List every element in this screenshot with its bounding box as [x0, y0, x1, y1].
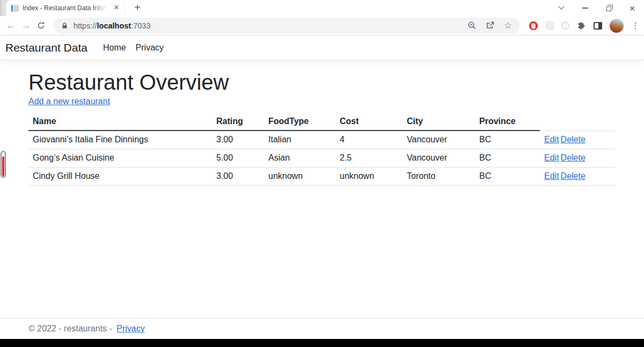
nav-link-home[interactable]: Home: [98, 43, 131, 53]
cell-actions: EditDelete: [540, 168, 616, 186]
bottom-black-bar: [0, 339, 644, 347]
cell-city: Vancouver: [402, 149, 475, 168]
delete-link[interactable]: Delete: [561, 153, 586, 162]
cell-name: Giovanni’s Italia Fine Dinnings: [28, 131, 212, 149]
cell-rating: 5.00: [212, 149, 264, 168]
forward-icon[interactable]: →: [18, 18, 33, 33]
col-header-foodtype: FoodType: [264, 114, 335, 131]
table-header-row: Name Rating FoodType Cost City Province: [28, 114, 616, 131]
scroll-progress-indicator: [1, 151, 6, 178]
tab-search-chevron-icon[interactable]: [550, 0, 573, 16]
col-header-rating: Rating: [212, 114, 264, 131]
cell-province: BC: [475, 131, 540, 149]
cell-cost: 4: [335, 131, 402, 149]
delete-link[interactable]: Delete: [561, 135, 586, 144]
cell-cost: 2.5: [335, 149, 402, 168]
tab-close-icon[interactable]: ×: [112, 3, 121, 13]
cell-rating: 3.00: [212, 131, 264, 149]
window-close-button[interactable]: ×: [620, 0, 644, 16]
footer-privacy-link[interactable]: Privacy: [116, 324, 144, 333]
disabled-extension-icon[interactable]: [561, 21, 569, 30]
url-text: https://localhost:7033: [74, 21, 150, 30]
tab-strip: Index - Restaurant Data Inform × + ×: [0, 0, 644, 16]
restaurant-table: Name Rating FoodType Cost City Province …: [28, 114, 616, 186]
edit-link[interactable]: Edit: [544, 135, 559, 144]
cell-province: BC: [475, 149, 540, 168]
restore-button[interactable]: [597, 0, 620, 16]
profile-avatar[interactable]: [610, 19, 624, 33]
site-footer: © 2022 - restaurants - Privacy: [0, 318, 644, 339]
main-content: Restaurant Overview Add a new restaurant…: [28, 69, 616, 186]
navbar-brand[interactable]: Restaurant Data: [5, 41, 87, 54]
browser-toolbar: ← → https://localhost:7033 ☆: [0, 16, 644, 35]
site-navbar: Restaurant Data Home Privacy: [0, 35, 644, 60]
extensions-puzzle-icon[interactable]: [577, 21, 586, 30]
browser-window: Index - Restaurant Data Inform × + × ← →…: [0, 0, 644, 35]
col-header-city: City: [402, 114, 475, 131]
minimize-button[interactable]: [573, 0, 597, 16]
nav-link-privacy[interactable]: Privacy: [131, 43, 169, 53]
cell-province: BC: [475, 168, 540, 186]
edit-link[interactable]: Edit: [544, 171, 559, 180]
add-restaurant-link[interactable]: Add a new restaurant: [28, 97, 110, 106]
cell-foodtype: Italian: [264, 131, 335, 149]
cell-foodtype: Asian: [264, 149, 335, 168]
cell-foodtype: unknown: [264, 168, 335, 186]
cell-actions: EditDelete: [540, 131, 616, 149]
cell-actions: EditDelete: [540, 149, 616, 168]
side-panel-icon[interactable]: [594, 22, 602, 30]
col-header-cost: Cost: [335, 114, 402, 131]
refresh-icon[interactable]: [33, 18, 48, 33]
adblock-extension-icon[interactable]: [529, 21, 538, 31]
tab-title: Index - Restaurant Data Inform: [23, 4, 108, 12]
zoom-out-icon[interactable]: [467, 21, 477, 30]
col-header-actions: [540, 114, 616, 131]
bookmark-star-icon[interactable]: ☆: [504, 20, 512, 31]
back-icon[interactable]: ←: [3, 18, 18, 33]
lock-icon[interactable]: [61, 22, 68, 30]
share-icon[interactable]: [486, 21, 495, 30]
table-row: Cindy Grill House 3.00 unknown unknown T…: [28, 168, 616, 186]
tab-favicon-icon: [11, 5, 19, 12]
window-controls: ×: [550, 0, 644, 16]
browser-tab[interactable]: Index - Restaurant Data Inform ×: [6, 0, 125, 16]
cell-name: Cindy Grill House: [28, 168, 212, 186]
disabled-extension-icon[interactable]: [546, 21, 554, 30]
page-title: Restaurant Overview: [28, 69, 616, 95]
edit-link[interactable]: Edit: [544, 153, 559, 162]
cell-cost: unknown: [335, 168, 402, 186]
col-header-name: Name: [28, 114, 212, 131]
cell-name: Gong’s Asian Cuisine: [28, 149, 212, 168]
col-header-province: Province: [475, 114, 540, 131]
cell-rating: 3.00: [212, 168, 264, 186]
address-bar[interactable]: https://localhost:7033 ☆: [54, 18, 519, 34]
table-row: Gong’s Asian Cuisine 5.00 Asian 2.5 Vanc…: [28, 149, 616, 168]
table-row: Giovanni’s Italia Fine Dinnings 3.00 Ita…: [28, 131, 616, 149]
copyright-text: © 2022 - restaurants -: [28, 324, 112, 333]
indicator-fill: [2, 156, 4, 176]
browser-menu-icon[interactable]: ⋮: [631, 21, 640, 30]
new-tab-button[interactable]: +: [130, 2, 144, 15]
delete-link[interactable]: Delete: [561, 171, 586, 180]
cell-city: Vancouver: [402, 131, 475, 149]
cell-city: Toronto: [402, 168, 475, 186]
extensions-area: ⋮: [529, 19, 640, 33]
